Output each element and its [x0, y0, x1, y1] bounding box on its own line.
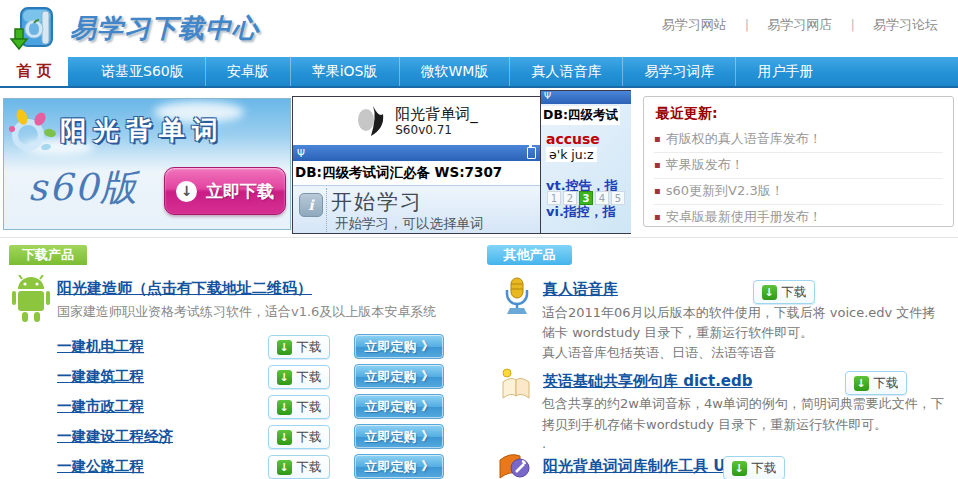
download-label: 下载 — [297, 429, 322, 446]
voice-library-desc-line1: 适合2011年06月以后版本的软件使用，下载后将 voice.edv 文件拷 — [542, 304, 935, 322]
update-text: 有版权的真人语音库发布！ — [666, 131, 822, 146]
banner-download-label: 立即下载 — [206, 180, 274, 203]
bullet-icon: ▪ — [654, 133, 661, 144]
app-screenshot-1: 阳光背单词_ S60v0.71 Ψ DB:四级考试词汇必备 WS:7307 i … — [292, 96, 541, 234]
order-button[interactable]: 立即定购 》 — [354, 454, 444, 479]
banner-download-button[interactable]: ↓ 立即下载 — [164, 167, 286, 215]
download-label: 下载 — [297, 459, 322, 476]
nav-ios[interactable]: 苹果iOS版 — [290, 57, 399, 86]
top-link-forum[interactable]: 易学习论坛 — [873, 17, 938, 32]
app-screenshot-2: Ψ DB:四级考试 accuse ə'k ju:z vt.控告，指 1 2 3 … — [540, 90, 631, 234]
download-button[interactable]: ↓ 下载 — [268, 395, 330, 419]
download-label: 下载 — [297, 399, 322, 416]
tool-icon — [498, 452, 532, 479]
splash-header: 阳光背单词_ S60v0.71 — [293, 97, 540, 145]
word-entry: accuse — [546, 131, 600, 147]
word-meaning-2: vi.指控，指 — [546, 203, 616, 221]
top-link-store[interactable]: 易学习网店 — [767, 17, 832, 32]
download-label: 下载 — [782, 284, 807, 301]
app-logo-icon — [355, 104, 387, 138]
section-divider — [0, 237, 958, 238]
download-button[interactable]: ↓ 下载 — [723, 456, 785, 479]
tab-other-products[interactable]: 其他产品 — [487, 245, 572, 265]
sentence-library-link[interactable]: 英语基础共享例句库 dict.edb — [543, 372, 753, 391]
order-label: 立即定购 — [365, 398, 417, 416]
status-bar: Ψ — [541, 91, 631, 104]
voice-library-link[interactable]: 真人语音库 — [543, 280, 618, 299]
download-label: 下载 — [297, 369, 322, 386]
order-label: 立即定购 — [365, 458, 417, 476]
download-link-shizheng[interactable]: 一建市政工程 — [57, 394, 144, 418]
nav-android[interactable]: 安卓版 — [205, 57, 290, 86]
download-arrow-icon: ↓ — [277, 340, 292, 355]
order-button[interactable]: 立即定购 》 — [354, 364, 444, 389]
battery-icon — [527, 147, 536, 159]
sentence-library-desc-line3: . — [542, 436, 546, 451]
update-item[interactable]: ▪有版权的真人语音库发布！ — [654, 126, 943, 153]
banner-title: 阳光背单词 — [60, 113, 225, 148]
chevron-right-icon: 》 — [422, 338, 434, 355]
promo-banner[interactable]: 阳光背单词 s60版 ↓ 立即下载 — [3, 98, 291, 230]
download-link-jingji[interactable]: 一建建设工程经济 — [57, 424, 173, 448]
download-link-jidian[interactable]: 一建机电工程 — [57, 334, 144, 358]
main-nav: 首 页 诺基亚S60版 安卓版 苹果iOS版 微软WM版 真人语音库 易学习词库… — [0, 57, 958, 88]
download-arrow-icon: ↓ — [732, 461, 747, 476]
antenna-icon: Ψ — [297, 148, 305, 159]
bullet-icon: ▪ — [654, 185, 661, 196]
download-arrow-icon: ↓ — [277, 370, 292, 385]
chevron-right-icon: 》 — [422, 368, 434, 385]
chevron-right-icon: 》 — [422, 458, 434, 475]
book-icon — [499, 366, 533, 400]
tab-download-products[interactable]: 下载产品 — [9, 245, 87, 265]
download-arrow-icon: ↓ — [277, 400, 292, 415]
download-button[interactable]: ↓ 下载 — [268, 335, 330, 359]
order-label: 立即定购 — [365, 368, 417, 386]
banner-edition: s60版 — [28, 163, 139, 213]
microphone-icon — [502, 276, 532, 314]
order-label: 立即定购 — [365, 428, 417, 446]
backpack-logo-icon — [8, 3, 60, 53]
nav-nokia-s60[interactable]: 诺基亚S60版 — [80, 57, 205, 86]
menu-item-selected[interactable]: i 开始学习 开始学习，可以选择单词 — [293, 185, 540, 234]
sentence-library-desc-line1: 包含共享的约2w单词音标，4w单词的例句，简明词典需要此文件，下 — [542, 395, 944, 413]
nav-manual[interactable]: 用户手册 — [735, 57, 834, 86]
nav-voice-library[interactable]: 真人语音库 — [509, 57, 622, 86]
download-button[interactable]: ↓ 下载 — [268, 365, 330, 389]
download-label: 下载 — [752, 460, 777, 477]
android-icon — [10, 275, 52, 323]
bullet-icon: ▪ — [654, 159, 661, 170]
link-separator: | — [850, 17, 854, 32]
download-button[interactable]: ↓ 下载 — [268, 455, 330, 479]
update-item[interactable]: ▪安卓版最新使用手册发布！ — [654, 204, 943, 230]
order-button[interactable]: 立即定购 》 — [354, 394, 444, 419]
order-button[interactable]: 立即定购 》 — [354, 334, 444, 359]
top-links: 易学习网站 | 易学习网店 | 易学习论坛 — [656, 16, 944, 34]
order-button[interactable]: 立即定购 》 — [354, 424, 444, 449]
nav-wm[interactable]: 微软WM版 — [399, 57, 510, 86]
nav-home[interactable]: 首 页 — [0, 57, 68, 86]
update-item[interactable]: ▪苹果版发布！ — [654, 152, 943, 179]
site-logo[interactable]: 易学习下载中心 — [8, 3, 259, 53]
product-main-link[interactable]: 阳光建造师（点击有下载地址二维码） — [57, 279, 312, 298]
pinwheel-icon — [6, 107, 60, 161]
recent-updates-title: 最近更新: — [656, 105, 718, 123]
download-button[interactable]: ↓ 下载 — [753, 280, 815, 304]
nav-dictionary[interactable]: 易学习词库 — [622, 57, 735, 86]
download-link-jianzhu[interactable]: 一建建筑工程 — [57, 364, 144, 388]
download-button[interactable]: ↓ 下载 — [268, 425, 330, 449]
chevron-right-icon: 》 — [422, 398, 434, 415]
menu-subtitle: 开始学习，可以选择单词 — [335, 215, 484, 233]
bullet-icon: ▪ — [654, 211, 661, 222]
download-arrow-icon: ↓ — [762, 285, 777, 300]
word-phonetic: ə'k ju:z — [546, 147, 597, 162]
top-link-website[interactable]: 易学习网站 — [662, 17, 727, 32]
update-item[interactable]: ▪s60更新到V2.3版！ — [654, 178, 943, 205]
download-arrow-icon: ↓ — [277, 430, 292, 445]
download-arrow-icon: ↓ — [176, 181, 197, 202]
chevron-right-icon: 》 — [422, 428, 434, 445]
antenna-icon: Ψ — [544, 91, 551, 101]
download-label: 下载 — [297, 339, 322, 356]
download-link-gonglu[interactable]: 一建公路工程 — [57, 454, 144, 478]
download-button[interactable]: ↓ 下载 — [845, 371, 907, 395]
site-title: 易学习下载中心 — [70, 11, 259, 46]
